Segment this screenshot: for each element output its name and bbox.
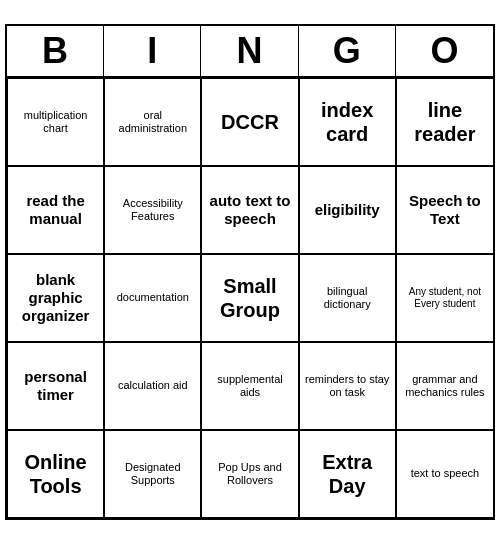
bingo-header: BINGO xyxy=(7,26,493,78)
bingo-cell-9: Speech to Text xyxy=(396,166,493,254)
bingo-cell-0: multiplication chart xyxy=(7,78,104,166)
bingo-cell-22: Pop Ups and Rollovers xyxy=(201,430,298,518)
bingo-cell-13: bilingual dictionary xyxy=(299,254,396,342)
bingo-cell-20: Online Tools xyxy=(7,430,104,518)
bingo-cell-2: DCCR xyxy=(201,78,298,166)
bingo-cell-12: Small Group xyxy=(201,254,298,342)
bingo-cell-10: blank graphic organizer xyxy=(7,254,104,342)
header-letter-o: O xyxy=(396,26,493,76)
header-letter-i: I xyxy=(104,26,201,76)
header-letter-n: N xyxy=(201,26,298,76)
bingo-cell-24: text to speech xyxy=(396,430,493,518)
bingo-cell-17: supplemental aids xyxy=(201,342,298,430)
header-letter-b: B xyxy=(7,26,104,76)
bingo-cell-19: grammar and mechanics rules xyxy=(396,342,493,430)
bingo-cell-15: personal timer xyxy=(7,342,104,430)
bingo-cell-4: line reader xyxy=(396,78,493,166)
bingo-cell-6: Accessibility Features xyxy=(104,166,201,254)
bingo-cell-23: Extra Day xyxy=(299,430,396,518)
bingo-cell-11: documentation xyxy=(104,254,201,342)
bingo-card: BINGO multiplication chartoral administr… xyxy=(5,24,495,520)
bingo-cell-3: index card xyxy=(299,78,396,166)
header-letter-g: G xyxy=(299,26,396,76)
bingo-grid: multiplication chartoral administrationD… xyxy=(7,78,493,518)
bingo-cell-5: read the manual xyxy=(7,166,104,254)
bingo-cell-18: reminders to stay on task xyxy=(299,342,396,430)
bingo-cell-16: calculation aid xyxy=(104,342,201,430)
bingo-cell-21: Designated Supports xyxy=(104,430,201,518)
bingo-cell-7: auto text to speech xyxy=(201,166,298,254)
bingo-cell-1: oral administration xyxy=(104,78,201,166)
bingo-cell-14: Any student, not Every student xyxy=(396,254,493,342)
bingo-cell-8: eligibility xyxy=(299,166,396,254)
